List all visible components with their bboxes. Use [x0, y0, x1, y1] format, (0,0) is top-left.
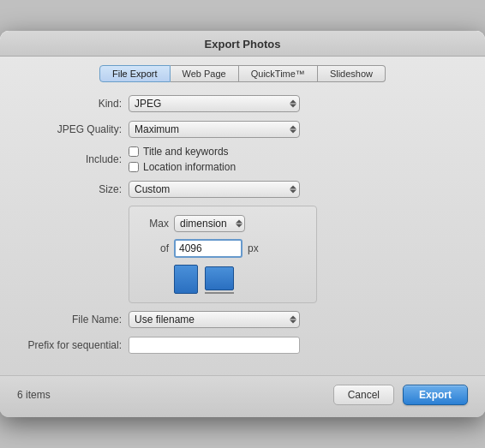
tab-bar: File Export Web Page QuickTime™ Slidesho… [17, 65, 468, 82]
dialog-content: File Export Web Page QuickTime™ Slidesho… [0, 57, 485, 375]
size-label: Size: [26, 183, 129, 195]
dialog-footer: 6 items Cancel Export [0, 375, 485, 417]
prefix-input[interactable] [129, 337, 300, 354]
kind-select[interactable]: JPEG PNG TIFF [129, 95, 300, 112]
custom-max-row: Max dimension width height [143, 215, 302, 232]
orientation-row [143, 265, 302, 294]
landscape-line [205, 292, 234, 294]
kind-control: JPEG PNG TIFF [129, 95, 459, 112]
of-label: of [143, 242, 169, 254]
filename-control: Use filename Sequential Custom [129, 311, 459, 328]
px-unit-label: px [248, 242, 259, 254]
cancel-button[interactable]: Cancel [333, 385, 394, 405]
dialog-title: Export Photos [205, 38, 281, 51]
quality-label: JPEG Quality: [26, 123, 129, 135]
kind-select-wrapper: JPEG PNG TIFF [129, 95, 300, 112]
include-label: Include: [26, 153, 129, 165]
tab-file-export[interactable]: File Export [99, 65, 171, 82]
portrait-icon [174, 265, 198, 294]
quality-select-wrapper: Maximum High Medium Low [129, 121, 300, 138]
form-area: Kind: JPEG PNG TIFF [17, 94, 468, 355]
include-checkbox-group: Title and keywords Location information [129, 146, 459, 173]
size-select[interactable]: Custom Original Small Medium Large [129, 181, 300, 198]
prefix-row: Prefix for sequential: [26, 336, 459, 355]
quality-control: Maximum High Medium Low [129, 121, 459, 138]
include-location-checkbox[interactable] [129, 162, 139, 172]
include-control: Title and keywords Location information [129, 146, 459, 173]
export-button[interactable]: Export [403, 385, 468, 405]
prefix-control [129, 337, 459, 354]
filename-select[interactable]: Use filename Sequential Custom [129, 311, 300, 328]
kind-row: Kind: JPEG PNG TIFF [26, 94, 459, 113]
footer-buttons: Cancel Export [333, 385, 468, 405]
include-location-row: Location information [129, 161, 459, 173]
landscape-icon [205, 266, 234, 290]
include-location-label: Location information [143, 161, 236, 173]
title-bar: Export Photos [0, 31, 485, 57]
custom-dimension-select-wrapper: dimension width height [174, 215, 245, 232]
size-select-wrapper: Custom Original Small Medium Large [129, 181, 300, 198]
custom-dimension-select[interactable]: dimension width height [174, 215, 245, 232]
quality-row: JPEG Quality: Maximum High Medium Low [26, 120, 459, 139]
filename-row: File Name: Use filename Sequential Custo… [26, 310, 459, 329]
size-row: Size: Custom Original Small Medium Large [26, 180, 459, 199]
quality-select[interactable]: Maximum High Medium Low [129, 121, 300, 138]
include-row: Include: Title and keywords Location inf… [26, 146, 459, 173]
custom-max-label: Max [143, 218, 169, 230]
items-count: 6 items [17, 389, 51, 401]
px-input[interactable] [174, 239, 242, 258]
filename-select-wrapper: Use filename Sequential Custom [129, 311, 300, 328]
tab-slideshow[interactable]: Slideshow [318, 65, 386, 82]
landscape-button-group [205, 266, 234, 294]
px-row: of px [143, 239, 302, 258]
include-title-row: Title and keywords [129, 146, 459, 158]
filename-label: File Name: [26, 314, 129, 326]
include-title-checkbox[interactable] [129, 146, 139, 157]
tab-quicktime[interactable]: QuickTime™ [239, 65, 318, 82]
kind-label: Kind: [26, 98, 129, 110]
size-control: Custom Original Small Medium Large [129, 181, 459, 198]
landscape-button[interactable] [205, 266, 234, 290]
custom-size-panel: Max dimension width height [129, 206, 317, 303]
portrait-button[interactable] [174, 265, 198, 294]
tab-web-page[interactable]: Web Page [171, 65, 239, 82]
prefix-label: Prefix for sequential: [26, 339, 129, 351]
export-photos-dialog: Export Photos File Export Web Page Quick… [0, 31, 485, 417]
include-title-label: Title and keywords [143, 146, 229, 158]
